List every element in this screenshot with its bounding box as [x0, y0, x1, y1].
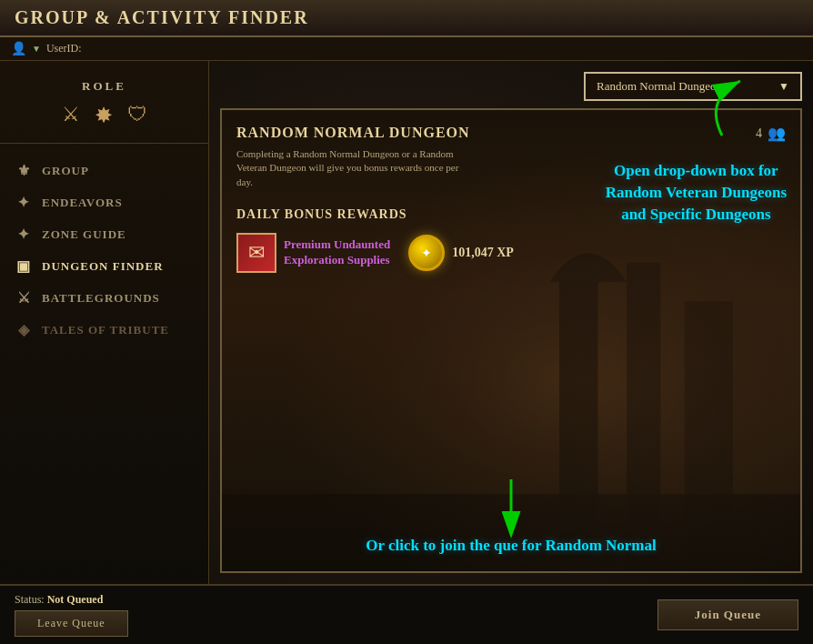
dungeon-description: Completing a Random Normal Dungeon or a …	[236, 147, 473, 189]
user-dropdown-arrow[interactable]: ▼	[32, 44, 41, 54]
group-icon: ⚜	[15, 162, 33, 179]
user-id-label: UserID:	[46, 42, 82, 55]
player-count-number: 4	[756, 126, 762, 141]
status-section: Status: Not Queued Leave Queue	[15, 593, 128, 637]
dungeon-content: RANDOM NORMAL DUNGEON 4 👥 Completing a R…	[222, 110, 800, 287]
dropdown-container: Random Normal Dungeon ▼	[220, 72, 802, 101]
dungeon-type-dropdown[interactable]: Random Normal Dungeon ▼	[584, 72, 802, 101]
bonus-section: DAILY BONUS REWARDS Premium UndauntedExp…	[236, 207, 786, 273]
leave-queue-button[interactable]: Leave Queue	[15, 610, 128, 637]
footer: Status: Not Queued Leave Queue Join Queu…	[0, 584, 813, 644]
dungeon-finder-icon: ▣	[15, 257, 33, 275]
player-count-icon: 👥	[768, 125, 786, 142]
xp-coin-icon	[408, 235, 445, 271]
endeavors-icon: ✦	[15, 194, 33, 211]
status-value: Not Queued	[47, 593, 104, 606]
battlegrounds-icon: ⚔	[15, 289, 33, 307]
header: GROUP & ACTIVITY FINDER	[0, 0, 813, 37]
zone-guide-icon: ✦	[15, 226, 33, 243]
status-text: Status: Not Queued	[15, 593, 128, 607]
sidebar-item-endeavors[interactable]: ✦ ENDEAVORS	[0, 186, 208, 218]
sidebar-item-dungeon-finder[interactable]: ▣ DUNGEON FINDER	[0, 250, 208, 282]
bonus-title: DAILY BONUS REWARDS	[236, 207, 786, 222]
envelope-icon	[236, 233, 276, 273]
role-title: ROLE	[15, 79, 194, 94]
reward-item-supplies: Premium UndauntedExploration Supplies	[236, 233, 390, 273]
content-area: ROLE ⚔ ✸ 🛡 ⚜ GROUP ✦ ENDEAVORS ✦ ZONE GU…	[0, 61, 813, 584]
sidebar-item-dungeon-finder-label: DUNGEON FINDER	[42, 259, 164, 274]
user-bar: 👤 ▼ UserID:	[0, 37, 813, 61]
xp-reward: 101,047 XP	[408, 235, 514, 271]
sidebar-item-group-label: GROUP	[42, 164, 89, 178]
sidebar-item-battlegrounds[interactable]: ⚔ BATTLEGROUNDS	[0, 282, 208, 314]
tales-icon: ◈	[15, 321, 33, 338]
role-icon-dps[interactable]: ⚔	[62, 103, 80, 128]
xp-amount-text: 101,047 XP	[452, 246, 514, 260]
dropdown-arrow-icon: ▼	[778, 80, 789, 94]
dungeon-title: RANDOM NORMAL DUNGEON	[236, 125, 470, 141]
sidebar-item-zone-guide[interactable]: ✦ ZONE GUIDE	[0, 218, 208, 250]
main-panel: Random Normal Dungeon ▼	[209, 61, 813, 584]
role-icon-healer[interactable]: ✸	[95, 103, 113, 128]
status-label: Status:	[15, 593, 45, 606]
dropdown-label: Random Normal Dungeon	[597, 79, 722, 94]
sidebar-item-battlegrounds-label: BATTLEGROUNDS	[42, 291, 160, 306]
dungeon-player-count: 4 👥	[756, 125, 786, 142]
sidebar: ROLE ⚔ ✸ 🛡 ⚜ GROUP ✦ ENDEAVORS ✦ ZONE GU…	[0, 61, 209, 584]
user-icon: 👤	[11, 41, 26, 56]
role-icon-tank[interactable]: 🛡	[127, 103, 147, 128]
join-queue-button[interactable]: Join Queue	[657, 599, 798, 630]
join-queue-arrow-annotation	[484, 475, 538, 538]
role-icons: ⚔ ✸ 🛡	[15, 103, 194, 128]
role-section: ROLE ⚔ ✸ 🛡	[0, 72, 208, 144]
app-title: GROUP & ACTIVITY FINDER	[15, 7, 309, 28]
dungeon-header: RANDOM NORMAL DUNGEON 4 👥	[236, 125, 786, 142]
sidebar-item-endeavors-label: ENDEAVORS	[42, 196, 123, 210]
sidebar-item-tales-label: TALES OF TRIBUTE	[42, 323, 169, 337]
bonus-rewards: Premium UndauntedExploration Supplies 10…	[236, 233, 786, 273]
sidebar-item-group[interactable]: ⚜ GROUP	[0, 155, 208, 186]
reward-name: Premium UndauntedExploration Supplies	[284, 237, 390, 268]
sidebar-item-tales-of-tribute[interactable]: ◈ TALES OF TRIBUTE	[0, 314, 208, 346]
sidebar-item-zone-guide-label: ZONE GUIDE	[42, 227, 126, 242]
